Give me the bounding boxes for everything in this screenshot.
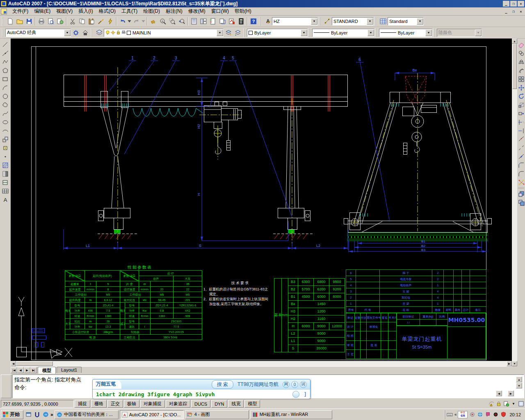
stretch-button[interactable]	[516, 109, 525, 118]
open-button[interactable]	[15, 17, 24, 26]
minimize-button[interactable]: _	[503, 1, 509, 7]
trim-button[interactable]	[516, 118, 525, 126]
doc-close-button[interactable]: ✕	[518, 9, 524, 14]
extend-button[interactable]	[516, 126, 525, 135]
circle-button[interactable]	[1, 92, 10, 100]
quickcalc-button[interactable]	[236, 17, 246, 26]
table-button[interactable]	[1, 187, 10, 195]
chevron-down-icon[interactable]: ▼	[311, 18, 317, 25]
gradient-button[interactable]	[1, 169, 10, 178]
doc-restore-button[interactable]: ❐	[510, 9, 517, 14]
array-button[interactable]	[516, 75, 525, 83]
ellipse-arc-button[interactable]	[1, 126, 10, 135]
qnew-button[interactable]	[5, 17, 15, 26]
move-button[interactable]	[516, 83, 525, 92]
make-layer-current-button[interactable]	[224, 28, 233, 37]
workspace-settings-button[interactable]	[71, 28, 80, 37]
layer-properties-button[interactable]	[94, 28, 104, 37]
join-button[interactable]	[516, 152, 525, 161]
color-combo[interactable]: ByLayer▼	[247, 29, 308, 37]
hatch-button[interactable]	[1, 161, 10, 169]
table-style-combo[interactable]: Standard▼	[388, 17, 424, 25]
ime-nav-link[interactable]: TT98万能网址导航	[237, 381, 278, 388]
layer-previous-button[interactable]	[233, 28, 242, 37]
sheetset-manager-button[interactable]	[217, 17, 227, 26]
ime-name-tab[interactable]: 万能五笔	[93, 380, 121, 389]
scroll-down-button[interactable]: ▼	[512, 361, 517, 366]
arc-button[interactable]	[1, 83, 10, 92]
tray-security-icon[interactable]	[500, 411, 507, 418]
menu-view[interactable]: 视图(V)	[53, 7, 75, 16]
ime-page-button[interactable]	[292, 391, 299, 398]
copy-object-button[interactable]	[516, 49, 525, 57]
tray-volume-icon[interactable]	[469, 411, 475, 418]
command-scroll-left[interactable]: ◀	[496, 390, 502, 396]
paste-button[interactable]	[87, 17, 96, 26]
ime-language-badge[interactable]: 中文cn	[458, 411, 468, 418]
horizontal-scroll-thumb[interactable]	[16, 361, 53, 366]
redo-dropdown[interactable]	[141, 17, 146, 26]
chevron-down-icon[interactable]: ▼	[417, 18, 423, 25]
layer-combo[interactable]: MAINLIN ▼	[104, 29, 224, 37]
construction-line-button[interactable]	[1, 49, 10, 57]
save-button[interactable]	[24, 17, 34, 26]
next-tab-button[interactable]: ▶	[24, 367, 30, 373]
taskbar-window-browser[interactable]: m 中国看看可怕的美洲：...	[55, 410, 119, 419]
send-back-button[interactable]	[516, 198, 525, 207]
cut-button[interactable]	[68, 17, 77, 26]
properties-button[interactable]	[189, 17, 199, 26]
menu-tools[interactable]: 工具(T)	[119, 7, 140, 16]
polyline-button[interactable]	[1, 57, 10, 66]
erase-button[interactable]	[516, 40, 525, 49]
restore-button[interactable]: ❐	[510, 1, 517, 7]
ducs-toggle[interactable]: DUCS	[191, 400, 210, 408]
dim-style-button[interactable]	[322, 17, 332, 26]
toolbar-grip[interactable]	[2, 17, 4, 26]
quicklaunch-overflow[interactable]: »	[50, 412, 53, 418]
workspace-save-button[interactable]	[80, 28, 90, 37]
help-button[interactable]: ?	[249, 17, 258, 26]
chevron-down-icon[interactable]: ▼	[368, 30, 374, 36]
revision-cloud-button[interactable]	[1, 100, 10, 109]
ime-search-button[interactable]: 搜 索	[212, 380, 233, 389]
chevron-down-icon[interactable]: ▼	[425, 30, 432, 36]
copy-button[interactable]	[77, 17, 87, 26]
menu-draw[interactable]: 绘图(D)	[140, 7, 163, 16]
chevron-down-icon[interactable]: ▼	[301, 30, 307, 36]
taskbar-window-winrar[interactable]: MH起重机.rar - WinRAR	[250, 410, 332, 419]
plot-preview-button[interactable]	[46, 17, 55, 26]
make-block-button[interactable]	[1, 144, 10, 152]
ime-dict-button[interactable]: 词	[300, 381, 307, 388]
text-style-combo[interactable]: HZ▼	[272, 17, 318, 25]
zoom-window-button[interactable]	[167, 17, 177, 26]
start-button[interactable]: 开始	[1, 410, 23, 419]
mtext-button[interactable]: A	[1, 195, 10, 204]
toolbar-lock-icon[interactable]	[495, 401, 502, 407]
workspace-combo[interactable]: AutoCAD 经典▼	[5, 29, 71, 37]
scale-button[interactable]	[516, 100, 525, 109]
quicklaunch-browser-icon[interactable]: m	[42, 411, 49, 418]
doc-minimize-button[interactable]: _	[503, 9, 509, 14]
dim-style-combo[interactable]: STANDARD▼	[332, 17, 374, 25]
point-button[interactable]	[1, 152, 10, 161]
table-style-button[interactable]	[378, 17, 388, 26]
ime-zero-button[interactable]: 0	[291, 381, 298, 388]
osnap-toggle[interactable]: 对象捕捉	[140, 400, 165, 408]
lineweight-toggle[interactable]: 线宽	[228, 400, 244, 408]
validate-icon[interactable]	[503, 401, 509, 407]
designcenter-button[interactable]	[199, 17, 208, 26]
tray-antivirus-icon[interactable]	[492, 411, 499, 418]
publish-button[interactable]	[55, 17, 65, 26]
mirror-button[interactable]	[516, 57, 525, 66]
command-scroll-down[interactable]: ▼	[516, 383, 522, 388]
tab-model[interactable]: 模型	[38, 367, 56, 374]
text-style-button[interactable]: A	[262, 17, 272, 26]
scroll-left-button[interactable]: ◀	[11, 361, 16, 366]
pan-button[interactable]	[148, 17, 158, 26]
tray-messenger-icon[interactable]	[484, 411, 491, 418]
grid-toggle[interactable]: 栅格	[91, 400, 107, 408]
drawing-canvas[interactable]: L1 S L2 H3 H2 H Bx B1 B2 B3 1 2	[11, 39, 512, 361]
chevron-down-icon[interactable]: ▼	[64, 30, 71, 36]
region-button[interactable]	[1, 178, 10, 187]
chevron-down-icon[interactable]: ▼	[217, 30, 223, 36]
